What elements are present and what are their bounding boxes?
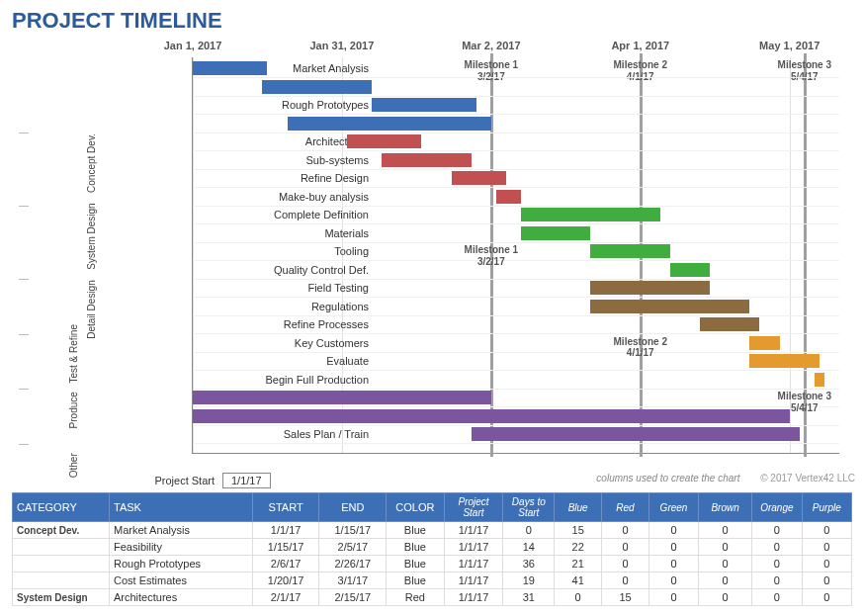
page-title: PROJECT TIMELINE bbox=[0, 0, 863, 34]
task-label: Refine Processes bbox=[211, 315, 369, 333]
task-label: Tooling bbox=[211, 242, 369, 260]
table-header: Brown bbox=[699, 493, 752, 522]
table-header: Blue bbox=[555, 493, 602, 522]
gantt-chart: Jan 1, 2017Jan 31, 2017Mar 2, 2017Apr 1,… bbox=[12, 40, 852, 465]
gantt-bar bbox=[749, 336, 779, 350]
task-label: Quality Control Def. bbox=[211, 261, 369, 279]
table-header: Purple bbox=[802, 493, 851, 522]
gantt-bar bbox=[749, 354, 819, 368]
gantt-bar bbox=[521, 208, 660, 221]
gantt-bar bbox=[590, 244, 669, 258]
task-label: Sales Plan / Train bbox=[211, 425, 369, 443]
gantt-bar bbox=[347, 134, 421, 148]
x-tick: Mar 2, 2017 bbox=[462, 40, 520, 51]
project-start-value[interactable]: 1/1/17 bbox=[222, 473, 271, 488]
task-label: Architectures bbox=[211, 132, 369, 150]
task-label: Begin Full Production bbox=[211, 371, 369, 389]
gantt-bar bbox=[288, 117, 491, 131]
task-label: Regulations bbox=[211, 298, 369, 315]
milestone-label-inline: Milestone 24/1/17 bbox=[614, 336, 667, 359]
table-header: Red bbox=[602, 493, 649, 522]
gantt-bar bbox=[521, 226, 590, 240]
gantt-bar bbox=[382, 153, 472, 167]
milestone-label: Milestone 35/4/17 bbox=[778, 59, 831, 82]
x-tick: Apr 1, 2017 bbox=[611, 40, 669, 51]
table-header: Days to Start bbox=[503, 493, 555, 522]
task-label: Field Testing bbox=[211, 279, 369, 297]
task-label: Make-buy analysis bbox=[211, 188, 369, 206]
gantt-bar bbox=[590, 300, 749, 313]
x-tick: Jan 31, 2017 bbox=[310, 40, 375, 51]
table-header: COLOR bbox=[387, 493, 444, 522]
gantt-bar bbox=[815, 373, 824, 387]
table-row[interactable]: Concept Dev.Market Analysis1/1/171/15/17… bbox=[13, 522, 852, 539]
gantt-bar bbox=[372, 98, 476, 112]
gantt-bar bbox=[700, 317, 759, 331]
task-label: Rough Prototypes bbox=[211, 96, 369, 114]
milestone-label: Milestone 13/2/17 bbox=[465, 59, 518, 82]
chart-plot-area: Jan 1, 2017Jan 31, 2017Mar 2, 2017Apr 1,… bbox=[192, 57, 839, 454]
table-header: START bbox=[252, 493, 319, 522]
task-label: Refine Design bbox=[211, 169, 369, 187]
table-header: CATEGORY bbox=[13, 493, 110, 522]
gantt-bar bbox=[193, 61, 267, 75]
category-label: Test & Refine bbox=[68, 328, 79, 384]
project-start-label: Project Start bbox=[12, 475, 222, 486]
table-row[interactable]: Cost Estimates1/20/173/1/17Blue1/1/17194… bbox=[13, 572, 852, 589]
gantt-bar bbox=[262, 80, 372, 94]
data-table: CATEGORYTASKSTARTENDCOLORProject StartDa… bbox=[12, 492, 852, 606]
milestone-label: Milestone 24/1/17 bbox=[614, 59, 667, 82]
table-row[interactable]: System DesignArchitectures2/1/172/15/17R… bbox=[13, 589, 852, 606]
gantt-bar bbox=[193, 391, 491, 404]
task-label: Materials bbox=[211, 224, 369, 242]
task-label: Key Customers bbox=[211, 334, 369, 352]
table-header: TASK bbox=[109, 493, 252, 522]
table-header: Project Start bbox=[444, 493, 503, 522]
gantt-bar bbox=[590, 281, 710, 295]
category-label: Produce bbox=[68, 383, 79, 438]
task-label: Sub-systems bbox=[211, 151, 369, 169]
x-tick: Jan 1, 2017 bbox=[164, 40, 222, 51]
gantt-bar bbox=[472, 427, 800, 441]
table-header: Orange bbox=[752, 493, 803, 522]
category-label: Concept Dev. bbox=[86, 127, 97, 200]
table-row[interactable]: Rough Prototypes2/6/172/26/17Blue1/1/173… bbox=[13, 556, 852, 572]
task-label: Complete Definition bbox=[211, 206, 369, 223]
category-label: Detail Design bbox=[86, 273, 97, 346]
task-label: Evaluate bbox=[211, 352, 369, 370]
x-tick: May 1, 2017 bbox=[759, 40, 820, 51]
table-header: END bbox=[319, 493, 387, 522]
table-row[interactable]: Feasibility1/15/172/5/17Blue1/1/17142200… bbox=[13, 539, 852, 556]
gantt-bar bbox=[496, 190, 521, 204]
table-header: Green bbox=[648, 493, 698, 522]
gantt-bar bbox=[193, 409, 790, 423]
milestone-label-inline: Milestone 35/4/17 bbox=[778, 391, 831, 413]
category-label: System Design bbox=[86, 200, 97, 273]
gantt-bar bbox=[670, 263, 710, 277]
gantt-bar bbox=[452, 171, 506, 185]
milestone-label-inline: Milestone 13/2/17 bbox=[465, 244, 518, 267]
